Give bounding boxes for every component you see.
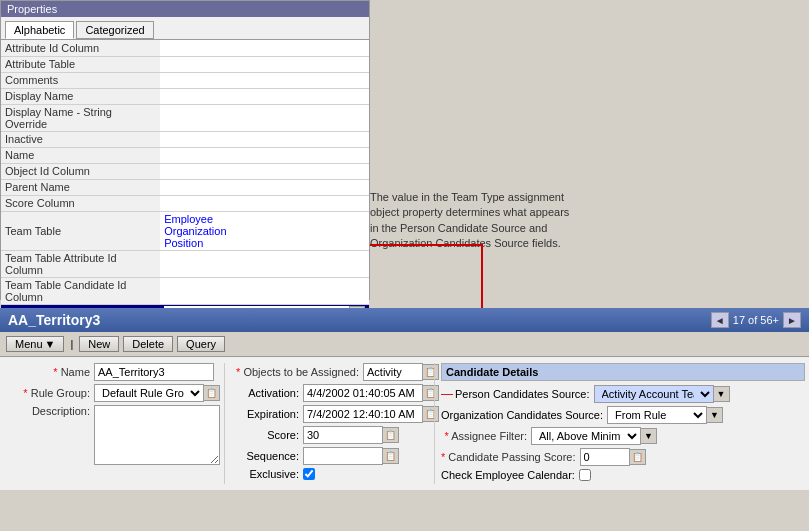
- prop-row-object-id: Object Id Column: [1, 163, 369, 179]
- expiration-row: Expiration: 📋: [233, 405, 434, 423]
- org-candidates-icon[interactable]: ▼: [707, 407, 723, 423]
- prop-row-attribute-id: Attribute Id Column: [1, 40, 369, 56]
- exclusive-label: Exclusive:: [233, 468, 303, 480]
- candidate-passing-score-row: Candidate Passing Score: 📋: [441, 448, 805, 466]
- score-icon[interactable]: 📋: [383, 427, 399, 443]
- form-column-3: Candidate Details — Person Candidates So…: [434, 363, 805, 484]
- toolbar: Menu ▼ | New Delete Query: [0, 332, 809, 357]
- assignee-filter-icon[interactable]: ▼: [641, 428, 657, 444]
- assignee-filter-select[interactable]: All, Above Minimum: [531, 427, 641, 445]
- prop-row-display-name: Display Name: [1, 88, 369, 104]
- prop-label-score-column: Score Column: [1, 195, 160, 211]
- prop-row-team-table-candidate: Team Table Candidate Id Column: [1, 277, 369, 304]
- rule-group-row: Rule Group: Default Rule Group 📋: [4, 384, 220, 402]
- score-field[interactable]: [303, 426, 383, 444]
- arrow-indicator: —: [441, 387, 453, 401]
- tab-alphabetic[interactable]: Alphabetic: [5, 21, 74, 39]
- prop-label-attribute-id: Attribute Id Column: [1, 40, 160, 56]
- annotation-box: The value in the Team Type assignment ob…: [370, 190, 570, 252]
- expiration-container: 📋: [303, 405, 439, 423]
- activation-container: 📋: [303, 384, 439, 402]
- candidate-passing-score-icon[interactable]: 📋: [630, 449, 646, 465]
- rule-group-select[interactable]: Default Rule Group: [94, 384, 204, 402]
- form-body: Name Rule Group: Default Rule Group 📋 De…: [0, 357, 809, 490]
- person-candidates-select[interactable]: Activity Account Team: [594, 385, 714, 403]
- properties-title: Properties: [1, 1, 369, 17]
- person-candidates-row: — Person Candidates Source: Activity Acc…: [441, 385, 805, 403]
- prop-row-parent-name: Parent Name: [1, 179, 369, 195]
- prop-label-attribute-table: Attribute Table: [1, 56, 160, 72]
- activation-label: Activation:: [233, 387, 303, 399]
- activation-field[interactable]: [303, 384, 423, 402]
- nav-next-button[interactable]: ►: [783, 312, 801, 328]
- check-employee-checkbox[interactable]: [579, 469, 591, 481]
- query-button[interactable]: Query: [177, 336, 225, 352]
- prop-label-team-table: Team Table: [1, 211, 160, 250]
- sequence-row: Sequence: 📋: [233, 447, 434, 465]
- assignee-filter-label: Assignee Filter:: [441, 430, 531, 442]
- prop-value-attribute-id[interactable]: [160, 40, 369, 56]
- new-button[interactable]: New: [79, 336, 119, 352]
- name-field[interactable]: [94, 363, 214, 381]
- prop-row-name: Name: [1, 147, 369, 163]
- rule-group-label: Rule Group:: [4, 387, 94, 399]
- prop-value-name[interactable]: [160, 147, 369, 163]
- prop-value-attribute-table[interactable]: [160, 56, 369, 72]
- sequence-icon[interactable]: 📋: [383, 448, 399, 464]
- prop-value-display-name-override[interactable]: [160, 104, 369, 131]
- prop-value-parent-name[interactable]: [160, 179, 369, 195]
- delete-button[interactable]: Delete: [123, 336, 173, 352]
- exclusive-row: Exclusive:: [233, 468, 434, 480]
- objects-label: Objects to be Assigned:: [233, 366, 363, 378]
- candidate-passing-score-label: Candidate Passing Score:: [441, 451, 580, 463]
- prop-value-object-id[interactable]: [160, 163, 369, 179]
- prop-value-inactive[interactable]: [160, 131, 369, 147]
- prop-label-parent-name: Parent Name: [1, 179, 160, 195]
- nav-count: 17 of 56+: [733, 314, 779, 326]
- assignee-filter-row: Assignee Filter: All, Above Minimum ▼: [441, 427, 805, 445]
- form-column-1: Name Rule Group: Default Rule Group 📋 De…: [4, 363, 224, 484]
- assignee-filter-container: All, Above Minimum ▼: [531, 427, 657, 445]
- form-column-2: Objects to be Assigned: 📋 Activation: 📋 …: [224, 363, 434, 484]
- check-employee-row: Check Employee Calendar:: [441, 469, 805, 481]
- candidate-passing-score-field[interactable]: [580, 448, 630, 466]
- sequence-label: Sequence:: [233, 450, 303, 462]
- sequence-field[interactable]: [303, 447, 383, 465]
- person-candidates-icon[interactable]: ▼: [714, 386, 730, 402]
- objects-row: Objects to be Assigned: 📋: [233, 363, 434, 381]
- record-nav: ◄ 17 of 56+ ►: [711, 312, 801, 328]
- tabs-row: Alphabetic Categorized: [1, 17, 369, 40]
- prop-row-team-table: Team Table EmployeeOrganizationPosition: [1, 211, 369, 250]
- prop-row-team-table-attr: Team Table Attribute Id Column: [1, 250, 369, 277]
- prop-row-inactive: Inactive: [1, 131, 369, 147]
- prop-value-team-table-candidate[interactable]: [160, 277, 369, 304]
- prop-label-comments: Comments: [1, 72, 160, 88]
- name-row: Name: [4, 363, 220, 381]
- description-field[interactable]: [94, 405, 220, 465]
- expiration-field[interactable]: [303, 405, 423, 423]
- objects-field[interactable]: [363, 363, 423, 381]
- prop-label-display-name-override: Display Name - String Override: [1, 104, 160, 131]
- prop-value-team-table-attr[interactable]: [160, 250, 369, 277]
- prop-value-comments[interactable]: [160, 72, 369, 88]
- record-form: AA_Territory3 ◄ 17 of 56+ ► Menu ▼ | New…: [0, 308, 809, 531]
- org-candidates-row: Organization Candidates Source: From Rul…: [441, 406, 805, 424]
- prop-value-team-table[interactable]: EmployeeOrganizationPosition: [160, 211, 369, 250]
- properties-grid: Attribute Id Column Attribute Table Comm…: [1, 40, 369, 322]
- org-candidates-label: Organization Candidates Source:: [441, 409, 607, 421]
- prop-label-object-id: Object Id Column: [1, 163, 160, 179]
- candidate-passing-score-container: 📋: [580, 448, 646, 466]
- description-row: Description:: [4, 405, 220, 465]
- nav-prev-button[interactable]: ◄: [711, 312, 729, 328]
- rule-group-container: Default Rule Group 📋: [94, 384, 220, 402]
- prop-label-display-name: Display Name: [1, 88, 160, 104]
- tab-categorized[interactable]: Categorized: [76, 21, 153, 39]
- org-candidates-select[interactable]: From Rule: [607, 406, 707, 424]
- prop-label-inactive: Inactive: [1, 131, 160, 147]
- menu-button[interactable]: Menu ▼: [6, 336, 64, 352]
- prop-value-display-name[interactable]: [160, 88, 369, 104]
- objects-container: 📋: [363, 363, 439, 381]
- rule-group-icon[interactable]: 📋: [204, 385, 220, 401]
- exclusive-checkbox[interactable]: [303, 468, 315, 480]
- prop-value-score-column[interactable]: [160, 195, 369, 211]
